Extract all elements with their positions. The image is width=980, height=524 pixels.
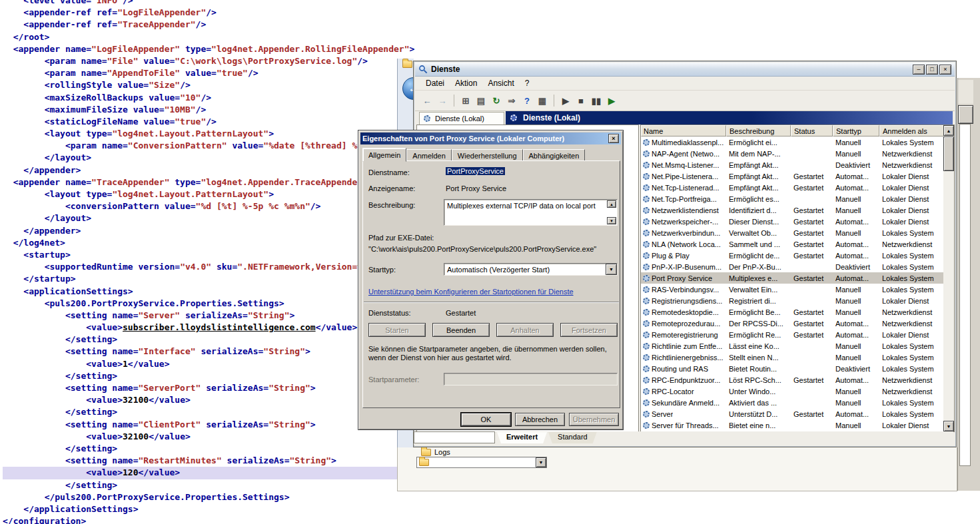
description-box[interactable]: Multiplexes external TCP/IP data on loca… [444, 199, 618, 226]
service-description: Verwaltet Ein... [726, 284, 791, 295]
menu-item-datei[interactable]: Datei [420, 77, 450, 89]
service-description: Aktiviert das ... [726, 397, 791, 408]
scroll-down-icon[interactable]: ▼ [943, 421, 954, 431]
service-row[interactable]: Netzwerkspeicher-...Dieser Dienst...Gest… [641, 216, 944, 227]
tab-allgemein[interactable]: Allgemein [362, 148, 406, 162]
column-header-starttyp[interactable]: Starttyp [833, 125, 879, 136]
scroll-up-icon[interactable]: ▲ [607, 200, 616, 208]
service-row[interactable]: NAP-Agent (Netwo...Mit dem NAP-...Manuel… [641, 148, 944, 159]
abbrechen-button[interactable]: Abbrechen [515, 413, 565, 426]
minimize-button[interactable]: – [913, 65, 925, 75]
folder-tree-item[interactable]: Logs [421, 448, 450, 456]
window-titlebar[interactable]: Dienste –□× [415, 63, 955, 77]
service-row[interactable]: Net.Pipe-Listenera...Empfängt Akt...Gest… [641, 170, 944, 182]
back-icon[interactable]: ← [420, 94, 434, 107]
service-row[interactable]: RPC-LocatorUnter Windo...ManuellNetzwerk… [641, 386, 944, 397]
scroll-up-icon[interactable]: ▲ [943, 125, 954, 136]
service-gear-icon [643, 343, 650, 350]
service-gear-icon [643, 264, 650, 270]
refresh-icon[interactable]: ↻ [490, 94, 503, 107]
service-status [791, 340, 833, 352]
service-status [791, 148, 833, 159]
service-row[interactable]: Routing und RASBietet Routin...Deaktivie… [641, 363, 944, 374]
service-row[interactable]: Remotedesktopdie...Ermöglicht Be...Gesta… [641, 306, 944, 318]
help-icon[interactable]: ? [520, 94, 534, 107]
service-status-label: Dienststatus: [368, 309, 411, 317]
service-row[interactable]: Netzwerkverbindun...Verwaltet Ob...Gesta… [641, 227, 944, 238]
service-startup-type: Deaktiviert [833, 363, 879, 374]
chevron-down-icon[interactable]: ▼ [536, 457, 546, 467]
service-row[interactable]: Sekundäre Anmeld...Aktiviert das ...Manu… [641, 397, 944, 408]
view-tab-erweitert[interactable]: Erweitert [497, 432, 547, 443]
scroll-down-icon[interactable]: ▼ [607, 217, 616, 224]
beenden-button[interactable]: Beenden [432, 323, 490, 337]
startup-options-help-link[interactable]: Unterstützung beim Konfigurieren der Sta… [368, 288, 574, 296]
service-row[interactable]: PnP-X-IP-Busenum...Der PnP-X-Bu...Deakti… [641, 261, 944, 272]
window-controls: –□× [913, 65, 951, 75]
service-row[interactable]: RemoteregistrierungErmöglicht Re...Gesta… [641, 329, 944, 340]
column-header-beschreibung[interactable]: Beschreibung [726, 125, 791, 136]
service-row[interactable]: Net.Tcp-Listenerad...Empfängt Akt...Gest… [641, 182, 944, 193]
service-name: Netzwerkspeicher-... [652, 218, 718, 226]
service-row[interactable]: Server für Threads...Bietet eine n...Man… [641, 419, 944, 431]
start-service-icon[interactable]: ▶ [559, 94, 572, 107]
close-button[interactable]: × [939, 65, 951, 75]
column-header-status[interactable]: Status [791, 125, 833, 136]
service-row[interactable]: RPC-Endpunktzuor...Löst RPC-Sch...Gestar… [641, 374, 944, 386]
service-row[interactable]: Richtlinienergebniss...Stellt einen N...… [641, 352, 944, 363]
service-row[interactable]: RAS-Verbindungsv...Verwaltet Ein...Manue… [641, 284, 944, 295]
display-name-value: Port Proxy Service [446, 184, 506, 192]
view-tab-standard[interactable]: Standard [548, 432, 597, 443]
column-header-anmeldenals[interactable]: Anmelden als [879, 125, 944, 136]
code-line: </root> [3, 31, 442, 43]
close-icon[interactable]: × [608, 134, 619, 143]
tab-dienste-lokal[interactable]: Dienste (Lokal) [419, 112, 504, 125]
icons-view-icon[interactable]: ▦ [536, 94, 549, 107]
menu-item-ansicht[interactable]: Ansicht [482, 77, 519, 89]
service-row[interactable]: Net.Tcp-Portfreiga...Ermöglicht es...Man… [641, 193, 944, 204]
startup-type-select[interactable]: Automatisch (Verzögerter Start) ▼ [444, 263, 618, 276]
pause-service-icon[interactable]: ▮▮ [590, 94, 603, 107]
service-name-cell: Richtlinienergebniss... [641, 352, 726, 363]
service-row[interactable]: Port Proxy ServiceMultiplexes e...Gestar… [641, 272, 944, 284]
stop-service-icon[interactable]: ■ [574, 94, 588, 107]
exe-path-value: "C:\work\ais\puls200.PortProxyService\pu… [368, 245, 596, 253]
forward-icon[interactable]: → [436, 94, 449, 107]
service-startup-type: Manuell [833, 419, 879, 431]
maximize-button[interactable]: □ [926, 65, 938, 75]
service-gear-icon [643, 332, 650, 338]
service-row[interactable]: Richtlinie zum Entfe...Lässt eine Ko...M… [641, 340, 944, 352]
menu-item-[interactable]: ? [520, 77, 535, 89]
background-scrollbar-track[interactable] [959, 124, 971, 466]
service-row[interactable]: NLA (Network Loca...Sammelt und ...Gesta… [641, 238, 944, 250]
folder-icon [421, 449, 431, 456]
toolbar-separator [454, 95, 454, 107]
service-row[interactable]: Multimediaklassenpl...Ermöglicht ei...Ma… [641, 136, 944, 148]
background-button[interactable] [958, 105, 973, 124]
column-header-name[interactable]: Name [641, 125, 726, 136]
service-row[interactable]: Registrierungsdiens...Registriert di...M… [641, 295, 944, 306]
list-header: NameBeschreibungStatusStarttypAnmelden a… [641, 125, 944, 136]
dialog-titlebar[interactable]: Eigenschaften von Port Proxy Service (Lo… [360, 132, 621, 144]
startup-type-label: Starttyp: [368, 266, 396, 274]
service-row[interactable]: ServerUnterstützt D...GestartetAutomat..… [641, 408, 944, 419]
toolbar: ←→⊞▤↻⇒?▦▶■▮▮▶ [415, 91, 955, 111]
folder-combo[interactable]: ▼ [416, 457, 547, 468]
restart-service-icon[interactable]: ▶ [605, 94, 618, 107]
service-row[interactable]: Remoteprozedurau...Der RPCSS-Di...Gestar… [641, 318, 944, 329]
code-line: <maximumFileSize value="10MB"/> [3, 104, 442, 116]
menu-item-aktion[interactable]: Aktion [450, 77, 482, 89]
service-name-value[interactable]: PortProxyService [446, 167, 505, 175]
chevron-down-icon[interactable]: ▼ [606, 264, 617, 275]
service-row[interactable]: Net.Msmq-Listener...Empfängt Akt...Deakt… [641, 159, 944, 170]
show-tree-icon[interactable]: ⊞ [459, 94, 472, 107]
properties-icon[interactable]: ▤ [474, 94, 488, 107]
scrollbar[interactable]: ▲ ▼ [943, 125, 954, 431]
service-description: Ermöglicht Re... [726, 329, 791, 340]
service-row[interactable]: Plug & PlayErmöglicht de...GestartetAuto… [641, 250, 944, 261]
export-list-icon[interactable]: ⇒ [505, 94, 518, 107]
ok-button[interactable]: OK [461, 413, 511, 426]
service-name: Plug & Play [652, 252, 690, 260]
scrollbar-thumb[interactable] [943, 136, 954, 171]
service-row[interactable]: NetzwerklistendienstIdentifiziert d...Ge… [641, 204, 944, 216]
